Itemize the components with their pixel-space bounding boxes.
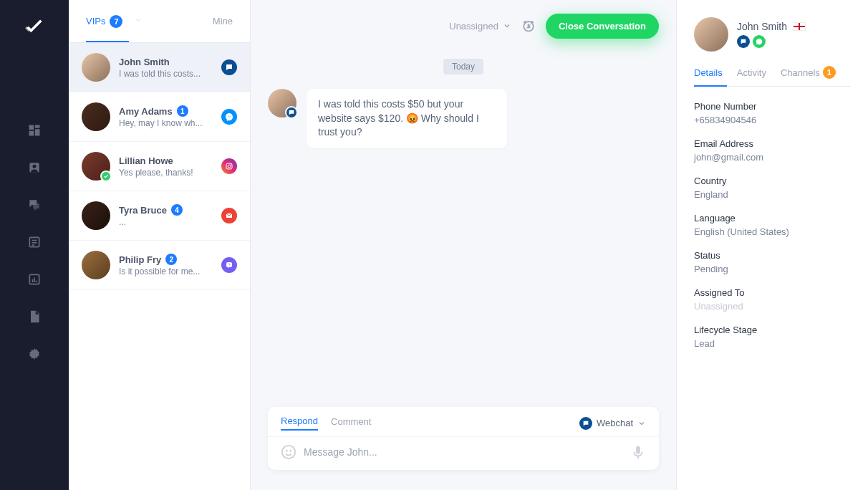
webchat-icon [579,417,592,430]
webchat-icon [285,106,298,119]
snooze-icon[interactable] [521,19,536,33]
conversation-item[interactable]: Amy Adams1 Hey, may I know wh... [69,92,250,142]
field-assigned: Assigned To Unassigned [694,287,851,312]
conversation-name: Amy Adams1 [119,105,213,117]
message-row: I was told this costs $50 but your websi… [268,89,659,148]
field-label: Assigned To [694,287,851,298]
avatar [82,251,110,279]
conversation-item[interactable]: Philip Fry2 Is it possible for me... [69,241,250,290]
viber-icon [221,257,237,273]
emoji-icon[interactable] [281,444,296,460]
conversation-item[interactable]: Lillian Howe Yes please, thanks! [69,142,250,191]
messenger-icon [221,109,237,125]
field-value: john@gmail.com [694,152,851,163]
avatar [82,53,110,82]
svg-point-20 [286,450,288,452]
tab-vips[interactable]: VIPs 7 [86,15,143,28]
settings-icon[interactable] [27,347,42,361]
field-label: Status [694,250,851,261]
channels-badge: 1 [823,66,836,79]
avatar [82,102,110,131]
field-label: Phone Number [694,101,851,112]
field-label: Email Address [694,138,851,149]
conversation-tabs: VIPs 7 Mine [69,0,250,43]
details-panel: John Smith Details Activity Channels 1 P… [676,0,868,490]
instagram-icon [221,158,237,174]
field-label: Country [694,176,851,186]
svg-rect-3 [29,131,34,136]
svg-rect-1 [35,125,40,128]
document-icon[interactable] [27,309,42,324]
avatar [82,201,110,230]
contact-header: John Smith [694,17,851,52]
webchat-icon [737,35,750,48]
tab-mine[interactable]: Mine [213,16,233,27]
field-value: Lead [694,338,851,349]
contact-avatar [694,17,728,52]
svg-point-19 [282,446,295,458]
composer-tab-comment[interactable]: Comment [331,416,371,430]
messages-icon[interactable] [27,198,42,212]
svg-rect-11 [32,279,34,282]
field-lifecycle: Lifecycle Stage Lead [694,325,851,349]
field-email: Email Address john@gmail.com [694,138,851,163]
logo[interactable] [24,17,44,37]
field-value: +65834904546 [694,115,851,125]
vips-count-badge: 7 [110,15,122,28]
mic-icon[interactable] [630,444,646,460]
chevron-down-icon[interactable] [134,16,143,27]
field-country: Country England [694,176,851,200]
message-input[interactable] [304,446,623,458]
svg-point-5 [33,165,37,168]
svg-rect-12 [34,278,35,283]
contact-name: John Smith [737,21,787,32]
dashboard-icon[interactable] [27,123,42,138]
field-phone: Phone Number +65834904546 [694,101,851,125]
list-icon[interactable] [27,235,42,249]
detail-tab-activity[interactable]: Activity [737,66,766,86]
detail-tab-details[interactable]: Details [694,66,723,86]
webchat-icon [221,59,237,75]
composer-tab-respond[interactable]: Respond [281,415,318,431]
svg-rect-2 [35,129,40,135]
svg-rect-22 [636,446,640,454]
svg-point-21 [289,450,291,452]
whatsapp-icon [753,35,766,48]
svg-rect-13 [36,281,37,283]
gmail-icon [221,208,237,224]
conversation-preview: Yes please, thanks! [119,168,205,178]
message-bubble: I was told this costs $50 but your websi… [307,89,507,148]
conversation-item[interactable]: Tyra Bruce4 ... [69,191,250,241]
channel-selector[interactable]: Webchat [579,417,646,430]
field-language: Language English (United States) [694,213,851,237]
conversation-item[interactable]: John Smith I was told this costs... [69,43,250,92]
conversation-name: John Smith [119,57,213,67]
field-label: Lifecycle Stage [694,325,851,335]
detail-tab-channels[interactable]: Channels 1 [781,66,836,86]
conversation-name: Philip Fry2 [119,254,213,265]
field-value: English (United States) [694,226,851,237]
conversation-preview: Hey, may I know wh... [119,118,205,128]
tab-mine-label: Mine [213,16,233,27]
conversation-list: John Smith I was told this costs... Amy … [69,43,250,490]
chevron-down-icon [637,419,646,428]
unread-badge: 4 [171,204,183,216]
unread-badge: 2 [165,254,177,265]
conversation-preview: Is it possible for me... [119,266,205,277]
flag-england-icon [793,22,806,31]
chat-body: Today I was told this costs $50 but your… [251,52,676,398]
chat-panel: Unassigned Close Conversation Today I wa… [251,0,676,490]
status-online-icon [100,170,112,182]
assign-dropdown[interactable]: Unassigned [449,21,511,32]
contacts-icon[interactable] [27,160,42,175]
tab-vips-label: VIPs [86,16,105,27]
conversation-name: Tyra Bruce4 [119,204,213,216]
close-conversation-button[interactable]: Close Conversation [546,14,659,39]
field-label: Language [694,213,851,224]
analytics-icon[interactable] [27,272,42,287]
field-value: England [694,189,851,200]
composer: Respond Comment Webchat [268,407,659,470]
chevron-down-icon [503,21,511,30]
unread-badge: 1 [177,105,188,117]
svg-point-16 [228,165,231,168]
